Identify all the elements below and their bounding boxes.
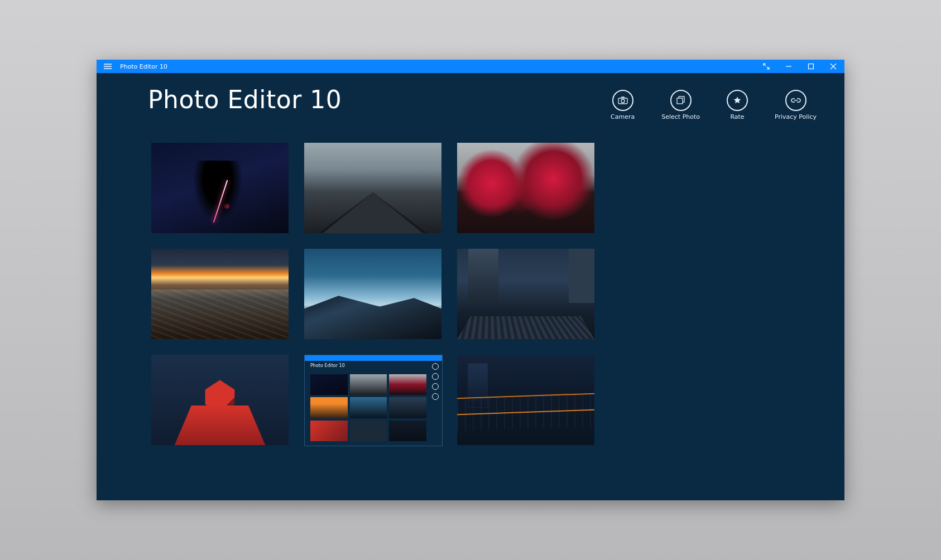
preview-titlebar bbox=[305, 355, 442, 361]
fullscreen-icon bbox=[763, 63, 770, 70]
photo-thumbnail[interactable] bbox=[457, 355, 594, 445]
select-photo-label: Select Photo bbox=[661, 113, 700, 120]
photo-thumbnail[interactable] bbox=[151, 143, 289, 233]
photo-grid: Photo Editor 10 bbox=[151, 143, 817, 446]
header-actions: Camera Select Photo Rate bbox=[611, 88, 817, 120]
photo-thumbnail[interactable] bbox=[304, 143, 441, 233]
minimize-icon bbox=[785, 63, 792, 70]
photo-thumbnail[interactable] bbox=[457, 249, 594, 339]
app-window: Photo Editor 10 Photo Editor 10 bbox=[97, 60, 844, 500]
maximize-button[interactable] bbox=[800, 60, 822, 73]
svg-point-2 bbox=[621, 99, 625, 103]
link-icon bbox=[785, 90, 806, 111]
select-photo-icon bbox=[670, 90, 692, 111]
hamburger-button[interactable] bbox=[97, 60, 119, 73]
preview-mini-grid bbox=[310, 374, 426, 441]
privacy-action[interactable]: Privacy Policy bbox=[775, 90, 817, 120]
photo-thumbnail[interactable] bbox=[151, 355, 289, 445]
svg-rect-0 bbox=[809, 64, 814, 69]
rate-action[interactable]: Rate bbox=[727, 90, 748, 120]
photo-thumbnail[interactable] bbox=[151, 249, 289, 339]
preview-action-icons bbox=[432, 363, 439, 400]
body: Photo Editor 10 bbox=[97, 120, 844, 500]
camera-label: Camera bbox=[611, 113, 635, 120]
preview-title: Photo Editor 10 bbox=[310, 363, 345, 368]
rate-label: Rate bbox=[730, 113, 744, 120]
svg-rect-4 bbox=[677, 98, 683, 104]
menu-icon bbox=[104, 64, 112, 69]
camera-action[interactable]: Camera bbox=[611, 90, 635, 120]
photo-thumbnail[interactable] bbox=[304, 249, 441, 339]
titlebar-app-name: Photo Editor 10 bbox=[119, 63, 167, 70]
select-photo-action[interactable]: Select Photo bbox=[661, 90, 700, 120]
photo-thumbnail[interactable] bbox=[457, 143, 594, 233]
camera-icon bbox=[612, 90, 633, 111]
fullscreen-button[interactable] bbox=[755, 60, 777, 73]
privacy-label: Privacy Policy bbox=[775, 113, 817, 120]
close-icon bbox=[830, 63, 837, 70]
minimize-button[interactable] bbox=[777, 60, 800, 73]
photo-thumbnail[interactable]: Photo Editor 10 bbox=[304, 355, 443, 446]
header: Photo Editor 10 Camera bbox=[97, 73, 844, 120]
star-icon bbox=[727, 90, 748, 111]
close-button[interactable] bbox=[822, 60, 844, 73]
titlebar: Photo Editor 10 bbox=[97, 60, 844, 73]
maximize-icon bbox=[808, 63, 814, 70]
page-title: Photo Editor 10 bbox=[148, 88, 342, 112]
